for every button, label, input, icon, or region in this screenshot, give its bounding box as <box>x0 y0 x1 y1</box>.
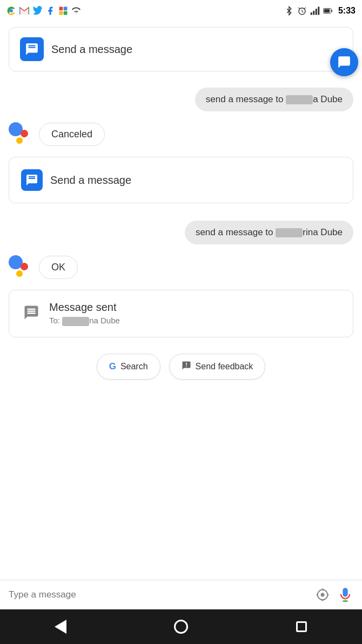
send-feedback-label: Send feedback <box>196 362 253 371</box>
message-input[interactable] <box>9 589 308 600</box>
feedback-icon <box>182 361 191 373</box>
action-send-message-card[interactable]: Send a message <box>9 157 353 203</box>
assistant-avatar-1 <box>9 122 32 146</box>
blurred-name-1 <box>286 95 313 104</box>
search-button[interactable]: G Search <box>97 354 160 380</box>
assistant-avatar-2 <box>9 255 32 279</box>
svg-rect-5 <box>59 11 63 15</box>
user-bubble-2: send a message to rina Dube <box>185 221 353 244</box>
status-bar-left <box>6 6 81 16</box>
user-bubble-1: send a message to a Dube <box>195 88 353 111</box>
nav-home-button[interactable] <box>169 615 193 639</box>
ok-pill: OK <box>39 256 78 279</box>
svg-rect-1 <box>19 7 21 15</box>
to-prefix: To: <box>49 316 60 325</box>
svg-point-15 <box>321 593 325 597</box>
svg-rect-4 <box>64 7 68 11</box>
action-card-title: Send a message <box>50 174 131 187</box>
svg-rect-6 <box>64 11 68 15</box>
bluetooth-icon <box>284 6 294 16</box>
microphone-icon[interactable] <box>337 587 353 603</box>
top-send-message-card: Send a message <box>9 27 353 71</box>
google-g-logo: G <box>109 361 116 372</box>
recents-icon <box>296 621 307 632</box>
svg-rect-11 <box>318 7 319 15</box>
nav-bar <box>0 609 362 644</box>
back-icon <box>55 620 66 634</box>
avatar-dot-yellow-2 <box>16 270 23 277</box>
avatar-dot-red-2 <box>21 263 28 270</box>
alarm-icon <box>297 6 307 16</box>
user-message-1: send a message to a Dube <box>9 88 353 111</box>
wifi-icon <box>71 6 81 16</box>
blurred-to-name <box>62 317 89 326</box>
time-display: 5:33 <box>338 6 356 16</box>
nav-recents-button[interactable] <box>290 615 313 639</box>
home-icon <box>174 620 188 634</box>
battery-icon <box>323 6 333 16</box>
message-sent-to: To: na Dube <box>49 316 120 326</box>
gmail-icon <box>19 6 29 16</box>
top-card-message-icon <box>20 37 44 61</box>
user-message-2: send a message to rina Dube <box>9 221 353 244</box>
action-buttons-row: G Search Send feedback <box>9 354 353 380</box>
assistant-row-ok: OK <box>9 255 353 279</box>
lens-icon[interactable] <box>314 587 331 603</box>
assistant-row-canceled: Canceled <box>9 122 353 146</box>
avatar-dot-yellow <box>16 137 23 144</box>
input-bar <box>0 580 362 609</box>
svg-rect-10 <box>316 9 317 15</box>
message-sent-content: Message sent To: na Dube <box>49 301 120 326</box>
floating-action-button[interactable] <box>330 48 358 76</box>
action-card-icon <box>21 169 43 191</box>
chat-area: Send a message send a message to a Dube … <box>0 22 362 580</box>
canceled-pill: Canceled <box>39 123 105 146</box>
nav-back-button[interactable] <box>49 615 72 639</box>
to-suffix: na Dube <box>89 316 120 325</box>
top-card-title: Send a message <box>51 43 132 56</box>
svg-rect-3 <box>59 7 63 11</box>
search-label: Search <box>120 362 148 371</box>
svg-rect-13 <box>324 9 330 12</box>
signal-icon <box>310 6 320 16</box>
avatar-dot-red <box>21 130 28 137</box>
message-sent-icon <box>21 302 42 323</box>
twitter-icon <box>32 6 42 16</box>
svg-rect-8 <box>311 12 312 15</box>
status-bar: 5:33 <box>0 0 362 22</box>
blurred-name-2 <box>276 228 303 237</box>
chrome-icon <box>6 6 16 16</box>
status-bar-right: 5:33 <box>284 6 356 16</box>
message-sent-card: Message sent To: na Dube <box>9 290 353 337</box>
photos-icon <box>58 6 68 16</box>
svg-rect-9 <box>313 11 314 15</box>
facebook-icon <box>45 6 55 16</box>
send-feedback-button[interactable]: Send feedback <box>169 354 266 380</box>
message-sent-title: Message sent <box>49 301 120 314</box>
svg-rect-2 <box>29 7 30 15</box>
